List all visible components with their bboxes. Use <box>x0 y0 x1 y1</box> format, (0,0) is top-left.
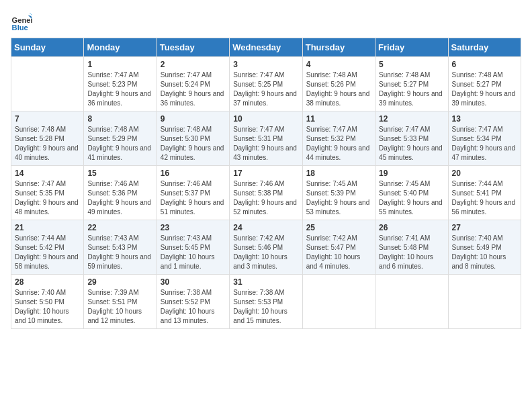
calendar-day-cell: 30Sunrise: 7:38 AM Sunset: 5:52 PM Dayli… <box>157 275 229 329</box>
logo: General Blue <box>11 11 15 32</box>
day-info: Sunrise: 7:47 AM Sunset: 5:24 PM Dayligh… <box>161 71 226 108</box>
day-number: 19 <box>379 169 444 178</box>
day-number: 17 <box>233 169 298 178</box>
day-number: 30 <box>161 277 226 287</box>
calendar-day-cell: 10Sunrise: 7:47 AM Sunset: 5:31 PM Dayli… <box>230 111 302 166</box>
day-number: 5 <box>379 60 444 69</box>
day-info: Sunrise: 7:47 AM Sunset: 5:34 PM Dayligh… <box>452 125 517 163</box>
day-number: 14 <box>15 169 80 178</box>
day-number: 7 <box>15 114 80 124</box>
day-number: 1 <box>87 60 152 69</box>
calendar-day-cell: 11Sunrise: 7:47 AM Sunset: 5:32 PM Dayli… <box>302 111 375 166</box>
calendar-day-cell: 17Sunrise: 7:46 AM Sunset: 5:38 PM Dayli… <box>230 166 302 220</box>
day-of-week-header: Thursday <box>302 38 375 57</box>
svg-text:General: General <box>12 16 32 24</box>
day-of-week-header: Monday <box>84 38 157 57</box>
day-info: Sunrise: 7:44 AM Sunset: 5:41 PM Dayligh… <box>452 179 517 217</box>
day-number: 23 <box>161 223 226 232</box>
day-info: Sunrise: 7:47 AM Sunset: 5:23 PM Dayligh… <box>87 71 152 108</box>
day-info: Sunrise: 7:48 AM Sunset: 5:30 PM Dayligh… <box>161 125 226 163</box>
calendar-day-cell: 20Sunrise: 7:44 AM Sunset: 5:41 PM Dayli… <box>448 166 521 220</box>
day-number: 16 <box>161 169 226 178</box>
day-number: 6 <box>452 60 517 69</box>
calendar-week-row: 21Sunrise: 7:44 AM Sunset: 5:42 PM Dayli… <box>11 220 521 275</box>
calendar-day-cell: 5Sunrise: 7:48 AM Sunset: 5:27 PM Daylig… <box>375 57 448 111</box>
calendar-day-cell: 8Sunrise: 7:48 AM Sunset: 5:29 PM Daylig… <box>84 111 157 166</box>
calendar-day-cell: 28Sunrise: 7:40 AM Sunset: 5:50 PM Dayli… <box>11 275 84 329</box>
calendar-day-cell: 7Sunrise: 7:48 AM Sunset: 5:28 PM Daylig… <box>11 111 84 166</box>
day-number: 3 <box>233 60 298 69</box>
calendar-day-cell: 3Sunrise: 7:47 AM Sunset: 5:25 PM Daylig… <box>230 57 302 111</box>
day-number: 26 <box>379 223 444 232</box>
day-of-week-header: Wednesday <box>230 38 302 57</box>
calendar-header-row: SundayMondayTuesdayWednesdayThursdayFrid… <box>11 38 521 57</box>
day-info: Sunrise: 7:40 AM Sunset: 5:50 PM Dayligh… <box>15 288 80 326</box>
day-number: 28 <box>15 277 80 287</box>
day-info: Sunrise: 7:43 AM Sunset: 5:45 PM Dayligh… <box>161 234 226 271</box>
page-header: General Blue <box>11 11 521 32</box>
calendar-day-cell: 27Sunrise: 7:40 AM Sunset: 5:49 PM Dayli… <box>448 220 521 275</box>
calendar-day-cell: 23Sunrise: 7:43 AM Sunset: 5:45 PM Dayli… <box>157 220 229 275</box>
day-number: 4 <box>306 60 371 69</box>
calendar-day-cell: 4Sunrise: 7:48 AM Sunset: 5:26 PM Daylig… <box>302 57 375 111</box>
calendar-day-cell: 16Sunrise: 7:46 AM Sunset: 5:37 PM Dayli… <box>157 166 229 220</box>
day-number: 12 <box>379 114 444 124</box>
day-info: Sunrise: 7:48 AM Sunset: 5:27 PM Dayligh… <box>452 71 517 108</box>
day-of-week-header: Saturday <box>448 38 521 57</box>
day-info: Sunrise: 7:39 AM Sunset: 5:51 PM Dayligh… <box>87 288 152 326</box>
calendar-day-cell <box>11 57 84 111</box>
calendar-day-cell: 21Sunrise: 7:44 AM Sunset: 5:42 PM Dayli… <box>11 220 84 275</box>
day-info: Sunrise: 7:38 AM Sunset: 5:53 PM Dayligh… <box>233 288 298 326</box>
calendar-day-cell: 26Sunrise: 7:41 AM Sunset: 5:48 PM Dayli… <box>375 220 448 275</box>
calendar-day-cell: 2Sunrise: 7:47 AM Sunset: 5:24 PM Daylig… <box>157 57 229 111</box>
day-info: Sunrise: 7:46 AM Sunset: 5:37 PM Dayligh… <box>161 179 226 217</box>
calendar-day-cell <box>302 275 375 329</box>
day-number: 2 <box>161 60 226 69</box>
day-info: Sunrise: 7:45 AM Sunset: 5:39 PM Dayligh… <box>306 179 371 217</box>
day-number: 27 <box>452 223 517 232</box>
calendar-day-cell <box>375 275 448 329</box>
day-info: Sunrise: 7:40 AM Sunset: 5:49 PM Dayligh… <box>452 234 517 271</box>
day-info: Sunrise: 7:45 AM Sunset: 5:40 PM Dayligh… <box>379 179 444 217</box>
calendar-week-row: 28Sunrise: 7:40 AM Sunset: 5:50 PM Dayli… <box>11 275 521 329</box>
calendar-day-cell: 19Sunrise: 7:45 AM Sunset: 5:40 PM Dayli… <box>375 166 448 220</box>
day-number: 22 <box>87 223 152 232</box>
calendar-day-cell: 12Sunrise: 7:47 AM Sunset: 5:33 PM Dayli… <box>375 111 448 166</box>
day-info: Sunrise: 7:42 AM Sunset: 5:47 PM Dayligh… <box>306 234 371 271</box>
calendar-day-cell: 6Sunrise: 7:48 AM Sunset: 5:27 PM Daylig… <box>448 57 521 111</box>
calendar-day-cell: 14Sunrise: 7:47 AM Sunset: 5:35 PM Dayli… <box>11 166 84 220</box>
day-number: 10 <box>233 114 298 124</box>
calendar-day-cell: 15Sunrise: 7:46 AM Sunset: 5:36 PM Dayli… <box>84 166 157 220</box>
day-number: 29 <box>87 277 152 287</box>
day-number: 20 <box>452 169 517 178</box>
calendar-week-row: 7Sunrise: 7:48 AM Sunset: 5:28 PM Daylig… <box>11 111 521 166</box>
calendar-table: SundayMondayTuesdayWednesdayThursdayFrid… <box>11 38 521 329</box>
day-number: 15 <box>87 169 152 178</box>
calendar-day-cell: 24Sunrise: 7:42 AM Sunset: 5:46 PM Dayli… <box>230 220 302 275</box>
calendar-day-cell: 18Sunrise: 7:45 AM Sunset: 5:39 PM Dayli… <box>302 166 375 220</box>
day-number: 24 <box>233 223 298 232</box>
calendar-day-cell: 31Sunrise: 7:38 AM Sunset: 5:53 PM Dayli… <box>230 275 302 329</box>
day-number: 25 <box>306 223 371 232</box>
calendar-week-row: 1Sunrise: 7:47 AM Sunset: 5:23 PM Daylig… <box>11 57 521 111</box>
day-info: Sunrise: 7:47 AM Sunset: 5:33 PM Dayligh… <box>379 125 444 163</box>
svg-text:Blue: Blue <box>12 24 28 32</box>
day-info: Sunrise: 7:48 AM Sunset: 5:26 PM Dayligh… <box>306 71 371 108</box>
day-info: Sunrise: 7:47 AM Sunset: 5:31 PM Dayligh… <box>233 125 298 163</box>
calendar-day-cell: 1Sunrise: 7:47 AM Sunset: 5:23 PM Daylig… <box>84 57 157 111</box>
day-info: Sunrise: 7:48 AM Sunset: 5:27 PM Dayligh… <box>379 71 444 108</box>
day-info: Sunrise: 7:47 AM Sunset: 5:32 PM Dayligh… <box>306 125 371 163</box>
day-number: 18 <box>306 169 371 178</box>
calendar-day-cell: 29Sunrise: 7:39 AM Sunset: 5:51 PM Dayli… <box>84 275 157 329</box>
day-info: Sunrise: 7:41 AM Sunset: 5:48 PM Dayligh… <box>379 234 444 271</box>
day-number: 8 <box>87 114 152 124</box>
calendar-day-cell: 13Sunrise: 7:47 AM Sunset: 5:34 PM Dayli… <box>448 111 521 166</box>
day-number: 31 <box>233 277 298 287</box>
day-info: Sunrise: 7:38 AM Sunset: 5:52 PM Dayligh… <box>161 288 226 326</box>
day-info: Sunrise: 7:46 AM Sunset: 5:36 PM Dayligh… <box>87 179 152 217</box>
calendar-week-row: 14Sunrise: 7:47 AM Sunset: 5:35 PM Dayli… <box>11 166 521 220</box>
day-info: Sunrise: 7:43 AM Sunset: 5:43 PM Dayligh… <box>87 234 152 271</box>
day-number: 11 <box>306 114 371 124</box>
day-of-week-header: Tuesday <box>157 38 229 57</box>
day-info: Sunrise: 7:48 AM Sunset: 5:29 PM Dayligh… <box>87 125 152 163</box>
